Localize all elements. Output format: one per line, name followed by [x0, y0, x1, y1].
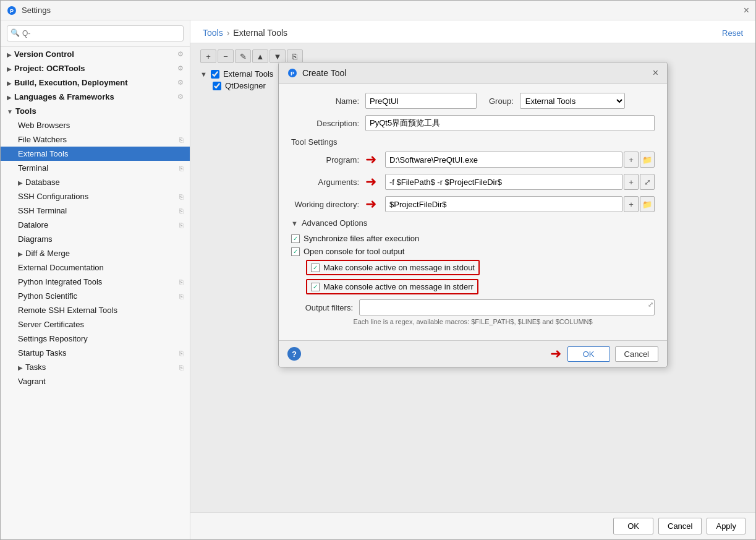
- app-icon: P: [7, 6, 17, 15]
- sidebar-item-diagrams[interactable]: Diagrams: [1, 232, 190, 246]
- arguments-expand-button[interactable]: ⤢: [640, 174, 655, 190]
- sidebar-item-external-tools[interactable]: External Tools: [1, 147, 190, 161]
- group-select[interactable]: External Tools: [520, 93, 625, 109]
- sidebar-item-settings-repository[interactable]: Settings Repository: [1, 332, 190, 346]
- bottom-bar: OK Cancel Apply: [190, 512, 755, 539]
- make-active-stderr-highlight: Make console active on message in stderr: [306, 279, 478, 294]
- output-filters-hint: Each line is a regex, available macros: …: [291, 318, 655, 325]
- sidebar-item-web-browsers[interactable]: Web Browsers: [1, 118, 190, 132]
- breadcrumb-separator: ›: [227, 28, 230, 38]
- description-label: Description:: [291, 119, 359, 128]
- output-filters-input[interactable]: [359, 299, 655, 315]
- sidebar-item-terminal[interactable]: Terminal ⎘: [1, 161, 190, 175]
- sidebar-item-languages-frameworks[interactable]: ▶Languages & Frameworks ⚙: [1, 90, 190, 104]
- settings-cancel-button[interactable]: Cancel: [658, 518, 702, 534]
- copy-icon: ⎘: [179, 349, 184, 357]
- sidebar: 🔍 ▶Version Control ⚙ ▶Project: OCRTools …: [1, 20, 190, 539]
- sidebar-item-startup-tasks[interactable]: Startup Tasks ⎘: [1, 346, 190, 360]
- dialog-overlay: P Create Tool × Name:: [190, 43, 755, 512]
- sidebar-item-datalore[interactable]: Datalore ⎘: [1, 218, 190, 232]
- expand-icon: ▶: [7, 80, 12, 87]
- expand-icon: ▼: [7, 108, 13, 115]
- sidebar-item-project-ocrtools[interactable]: ▶Project: OCRTools ⚙: [1, 61, 190, 75]
- program-browse-button[interactable]: 📁: [640, 152, 655, 168]
- open-console-row: Open console for tool output: [291, 247, 655, 256]
- sidebar-item-diff-merge[interactable]: ▶Diff & Merge: [1, 246, 190, 260]
- sidebar-item-database[interactable]: ▶Database: [1, 175, 190, 189]
- search-input[interactable]: [7, 25, 184, 41]
- sidebar-item-file-watchers[interactable]: File Watchers ⎘: [1, 132, 190, 147]
- sync-files-label: Synchronize files after execution: [304, 234, 419, 243]
- settings-ok-button[interactable]: OK: [613, 518, 653, 534]
- sidebar-item-tasks[interactable]: ▶Tasks ⎘: [1, 360, 190, 374]
- breadcrumb-current: External Tools: [233, 28, 287, 38]
- program-add-button[interactable]: +: [624, 152, 639, 168]
- name-input[interactable]: [365, 93, 477, 109]
- program-input[interactable]: [385, 152, 622, 168]
- name-group-row: Name: Group: External Tools: [291, 93, 655, 109]
- dialog-title-left: P Create Tool: [287, 68, 346, 78]
- sync-files-row: Synchronize files after execution: [291, 234, 655, 243]
- reset-button[interactable]: Reset: [722, 28, 743, 38]
- right-panel: Tools › External Tools Reset + − ✎ ▲ ▼ ⎘: [190, 20, 755, 539]
- main-content: 🔍 ▶Version Control ⚙ ▶Project: OCRTools …: [1, 20, 755, 539]
- window-close-button[interactable]: ×: [744, 5, 749, 16]
- make-active-stderr-checkbox[interactable]: [311, 283, 320, 291]
- sidebar-item-build-execution[interactable]: ▶Build, Execution, Deployment ⚙: [1, 75, 190, 90]
- settings-icon: ⚙: [177, 79, 184, 87]
- sync-files-checkbox[interactable]: [291, 234, 300, 243]
- expand-icon: ▶: [18, 179, 23, 186]
- advanced-options-header[interactable]: ▼ Advanced Options: [291, 218, 655, 228]
- copy-icon: ⎘: [179, 165, 184, 172]
- working-dir-input[interactable]: [385, 196, 622, 212]
- settings-icon: ⚙: [177, 50, 184, 58]
- settings-icon: ⚙: [177, 93, 184, 101]
- sidebar-item-server-certificates[interactable]: Server Certificates: [1, 317, 190, 332]
- open-console-checkbox[interactable]: [291, 247, 300, 256]
- working-dir-browse-button[interactable]: 📁: [640, 196, 655, 212]
- dialog-close-button[interactable]: ×: [653, 67, 658, 79]
- make-active-stderr-row: Make console active on message in stderr: [306, 279, 655, 294]
- sidebar-item-ssh-terminal[interactable]: SSH Terminal ⎘: [1, 204, 190, 218]
- open-console-label: Open console for tool output: [304, 247, 404, 256]
- dialog-cancel-button[interactable]: Cancel: [615, 346, 658, 362]
- name-group-inputs: Group: External Tools: [365, 93, 655, 109]
- expand-icon: ▶: [7, 94, 12, 101]
- copy-icon: ⎘: [179, 193, 184, 200]
- panel-content: + − ✎ ▲ ▼ ⎘ ▼ External Tools: [190, 43, 755, 512]
- output-filters-label: Output filters:: [291, 303, 353, 312]
- sidebar-item-vagrant[interactable]: Vagrant: [1, 374, 190, 388]
- sidebar-item-external-documentation[interactable]: External Documentation: [1, 260, 190, 275]
- output-filters-expand-button[interactable]: ⤢: [648, 301, 653, 309]
- program-row: Program: ➜ + 📁: [291, 152, 655, 168]
- advanced-options-title: Advanced Options: [302, 218, 367, 228]
- dialog-title-text: Create Tool: [302, 68, 346, 78]
- sidebar-item-version-control[interactable]: ▶Version Control ⚙: [1, 47, 190, 61]
- settings-apply-button[interactable]: Apply: [707, 518, 745, 534]
- copy-icon: ⎘: [179, 278, 184, 286]
- breadcrumb: Tools › External Tools Reset: [190, 20, 755, 43]
- arguments-add-button[interactable]: +: [624, 174, 639, 190]
- arguments-input[interactable]: [385, 174, 622, 190]
- working-dir-add-button[interactable]: +: [624, 196, 639, 212]
- sidebar-item-ssh-configurations[interactable]: SSH Configurations ⎘: [1, 189, 190, 204]
- description-input[interactable]: [365, 115, 655, 131]
- expand-icon: ▶: [7, 66, 12, 72]
- copy-icon: ⎘: [179, 221, 184, 229]
- breadcrumb-tools[interactable]: Tools: [203, 28, 223, 38]
- title-bar: P Settings ×: [1, 1, 755, 20]
- make-active-stdout-checkbox[interactable]: [311, 264, 320, 272]
- arrow-arguments: ➜: [365, 174, 376, 190]
- svg-text:P: P: [10, 8, 14, 14]
- search-bar: 🔍: [1, 20, 190, 47]
- make-active-stderr-label: Make console active on message in stderr: [323, 282, 474, 291]
- help-button[interactable]: ?: [287, 347, 301, 361]
- output-filters-input-wrap: ⤢: [359, 299, 655, 315]
- sidebar-item-tools[interactable]: ▼Tools: [1, 104, 190, 118]
- copy-icon: ⎘: [179, 364, 184, 371]
- sidebar-item-python-integrated-tools[interactable]: Python Integrated Tools ⎘: [1, 275, 190, 289]
- sidebar-item-python-scientific[interactable]: Python Scientific ⎘: [1, 289, 190, 303]
- group-label: Group:: [489, 96, 514, 106]
- sidebar-item-remote-ssh-external-tools[interactable]: Remote SSH External Tools: [1, 303, 190, 317]
- dialog-ok-button[interactable]: OK: [567, 346, 610, 362]
